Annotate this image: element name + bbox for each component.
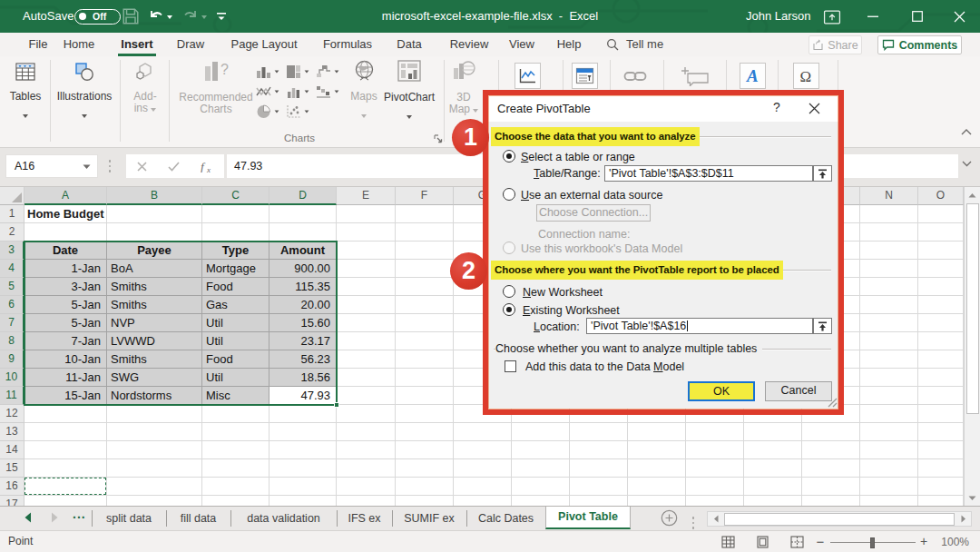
sheet-tab-ifs-ex[interactable]: IFS ex (337, 508, 392, 529)
insert-line-chart-button[interactable] (256, 84, 279, 99)
column-header-C[interactable]: C (202, 187, 270, 205)
horizontal-scrollbar-thumb[interactable] (724, 513, 955, 526)
sheet-tab-sumif-ex[interactable]: SUMIF ex (392, 508, 466, 529)
sheet-tab-calc-dates[interactable]: Calc Dates (466, 508, 545, 529)
row-header-5[interactable]: 5 (0, 278, 24, 296)
column-header-A[interactable]: A (24, 187, 107, 205)
column-header-D[interactable]: D (270, 187, 337, 205)
sheet-tab-data-validation[interactable]: data validation (230, 508, 337, 529)
cell-A1[interactable]: Home Budget (27, 205, 104, 223)
pivotchart-button[interactable]: PivotChart (381, 58, 437, 123)
confirm-entry-icon[interactable] (168, 162, 180, 172)
tab-formulas[interactable]: Formulas (317, 33, 378, 56)
column-header-B[interactable]: B (107, 187, 202, 205)
new-sheet-button[interactable] (661, 509, 678, 527)
tab-help[interactable]: Help (552, 33, 586, 56)
row-header-12[interactable]: 12 (0, 405, 24, 423)
row-header-8[interactable]: 8 (0, 332, 24, 350)
undo-dropdown-icon[interactable] (165, 7, 174, 25)
redo-dropdown-icon[interactable] (200, 7, 209, 25)
page-layout-view-button[interactable] (754, 535, 770, 549)
recommended-charts-button[interactable]: ? RecommendedCharts (174, 58, 258, 115)
next-sheet-icon[interactable] (51, 512, 59, 523)
insert-column-chart-button[interactable] (256, 64, 279, 79)
column-header-N[interactable]: N (860, 187, 918, 205)
previous-sheet-icon[interactable] (24, 512, 32, 523)
tab-page-layout[interactable]: Page Layout (227, 33, 301, 56)
comment-button[interactable] (679, 63, 713, 89)
tab-review[interactable]: Review (445, 33, 494, 56)
scroll-right-button[interactable] (956, 512, 971, 526)
vertical-scrollbar[interactable] (964, 187, 980, 506)
sparkline-button[interactable] (514, 63, 541, 89)
vertical-scrollbar-thumb[interactable] (966, 203, 979, 414)
row-header-16[interactable]: 16 (0, 478, 24, 496)
formula-bar-separator[interactable] (108, 156, 112, 176)
name-box[interactable]: A16 (5, 154, 98, 178)
tables-button[interactable]: Tables (5, 58, 45, 122)
cancel-entry-icon[interactable] (137, 162, 147, 172)
column-header-F[interactable]: F (396, 187, 454, 205)
close-button[interactable] (944, 0, 975, 33)
insert-bar-chart-button[interactable] (286, 84, 309, 99)
minimize-button[interactable] (858, 0, 888, 33)
cell-A16-marching-ants[interactable] (24, 478, 106, 495)
column-header-O[interactable]: O (918, 187, 964, 205)
tab-home[interactable]: Home (60, 33, 98, 56)
row-header-10[interactable]: 10 (0, 369, 24, 387)
row-header-11[interactable]: 11 (0, 387, 24, 405)
name-box-dropdown-icon[interactable] (83, 164, 91, 170)
row-header-13[interactable]: 13 (0, 423, 24, 441)
customize-quick-access-toolbar-icon[interactable] (212, 7, 230, 25)
comments-button[interactable]: Comments (877, 35, 962, 54)
sheet-tab-pivot-table[interactable]: Pivot Table (545, 507, 631, 529)
share-button[interactable]: Share (808, 35, 862, 54)
tab-file[interactable]: File (22, 33, 54, 56)
expand-formula-bar-icon[interactable] (962, 161, 972, 167)
tab-view[interactable]: View (505, 33, 539, 56)
zoom-level-label[interactable]: 100% (933, 536, 969, 548)
save-icon[interactable] (122, 7, 140, 25)
normal-view-button[interactable] (720, 535, 736, 549)
row-header-3[interactable]: 3 (0, 242, 24, 260)
tellme-label[interactable]: Tell me (626, 33, 663, 56)
row-header-7[interactable]: 7 (0, 314, 24, 332)
row-header-9[interactable]: 9 (0, 350, 24, 369)
insert-scatter-chart-button[interactable] (286, 104, 309, 119)
tab-data[interactable]: Data (391, 33, 427, 56)
addins-button[interactable]: Add-ins (125, 58, 165, 114)
sheet-tab-fill-data[interactable]: fill data (166, 508, 230, 529)
horizontal-scrollbar[interactable] (707, 511, 972, 527)
maximize-button[interactable] (902, 0, 933, 33)
insert-function-icon[interactable]: fx (201, 160, 214, 172)
column-header-E[interactable]: E (337, 187, 396, 205)
charts-dialog-launcher-icon[interactable] (434, 134, 443, 143)
scroll-left-button[interactable] (708, 512, 723, 526)
illustrations-button[interactable]: Illustrations (54, 58, 114, 122)
text-button[interactable]: A (740, 63, 766, 89)
insert-pie-chart-button[interactable] (256, 104, 279, 119)
insert-treemap-chart-button[interactable] (286, 64, 309, 79)
user-name[interactable]: John Larson (746, 0, 811, 33)
redo-icon[interactable] (181, 7, 200, 25)
collapse-ribbon-icon[interactable] (960, 127, 973, 138)
page-break-preview-button[interactable] (789, 535, 805, 549)
tab-insert[interactable]: Insert (118, 33, 156, 56)
row-header-2[interactable]: 2 (0, 223, 24, 242)
insert-waterfall-chart-button[interactable] (316, 84, 339, 99)
ribbon-display-options-icon[interactable] (823, 8, 841, 26)
insert-hierarchy-chart-button[interactable] (316, 64, 339, 79)
maps-button[interactable]: Maps (343, 58, 385, 122)
select-all-corner[interactable] (0, 187, 24, 205)
zoom-out-button[interactable]: − (814, 534, 827, 549)
row-header-6[interactable]: 6 (0, 296, 24, 314)
sheet-tab-split-data[interactable]: split data (92, 508, 166, 529)
tab-draw[interactable]: Draw (172, 33, 210, 56)
slicer-button[interactable] (572, 63, 598, 89)
fill-handle[interactable] (334, 402, 339, 408)
symbols-button[interactable]: Ω (793, 63, 819, 89)
sheet-overflow-indicator[interactable]: ... (73, 507, 86, 521)
zoom-in-button[interactable]: + (917, 534, 930, 548)
undo-icon[interactable] (147, 7, 165, 25)
zoom-slider-thumb[interactable] (870, 537, 875, 548)
